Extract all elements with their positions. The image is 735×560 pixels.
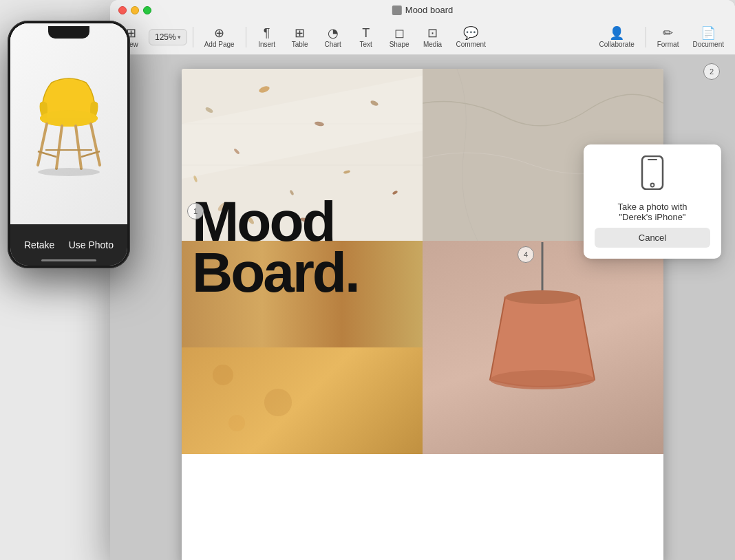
svg-point-28 — [651, 184, 654, 187]
page-badge-2: 2 — [703, 63, 720, 80]
mac-window: Mood board ⊞ View 125% ▾ ⊕ Add Page — [110, 0, 735, 560]
table-button[interactable]: ⊞ Table — [285, 24, 315, 51]
svg-line-34 — [91, 124, 100, 165]
svg-point-18 — [264, 389, 292, 416]
toolbar-separator-1 — [193, 27, 193, 47]
window-title: Mood board — [392, 5, 453, 15]
comment-button[interactable]: 💬 Comment — [451, 24, 491, 51]
collaborate-label: Collaborate — [599, 41, 635, 48]
media-button[interactable]: ⊡ Media — [418, 24, 448, 51]
text-icon: T — [362, 27, 370, 39]
collaborate-button[interactable]: 👤 Collaborate — [594, 24, 640, 51]
format-label: Format — [657, 41, 679, 48]
text-button[interactable]: T Text — [351, 24, 381, 51]
minimize-button[interactable] — [131, 6, 139, 14]
iphone-body: Retake Use Photo — [8, 21, 130, 268]
shape-icon: ◻ — [394, 27, 405, 39]
document-page: Mood Board. — [182, 69, 663, 560]
svg-line-32 — [56, 126, 62, 169]
chart-label: Chart — [324, 41, 341, 48]
collaborate-icon: 👤 — [609, 27, 624, 39]
chart-icon: ◔ — [328, 27, 339, 39]
page-badge-2-container: 2 — [703, 63, 720, 80]
insert-icon: ¶ — [264, 27, 270, 39]
svg-line-33 — [76, 126, 81, 169]
shape-button[interactable]: ◻ Shape — [384, 24, 415, 51]
zoom-text: 125% — [155, 32, 176, 42]
right-collage-cell: 1 — Terrazzo Floors 2 — Pop Color 3 — Wa… — [423, 241, 663, 454]
table-label: Table — [292, 41, 308, 48]
popup-device-name: "Derek's iPhone" — [619, 212, 686, 222]
svg-point-21 — [505, 290, 579, 304]
iphone-screen: Retake Use Photo — [10, 23, 127, 266]
use-photo-button[interactable]: Use Photo — [69, 239, 114, 250]
pages-canvas[interactable]: Mood Board. — [110, 55, 735, 560]
svg-line-31 — [38, 124, 47, 165]
add-page-label: Add Page — [204, 41, 235, 48]
toolbar-separator-3 — [646, 27, 646, 47]
popup-title-text: Take a photo with"Derek's iPhone" — [617, 202, 687, 222]
document-icon-tb: 📄 — [701, 27, 716, 39]
sofa-texture — [182, 347, 423, 454]
comment-label: Comment — [456, 41, 486, 48]
page-badge-1: 1 — [187, 203, 204, 219]
document-icon — [392, 6, 402, 15]
svg-point-30 — [40, 110, 98, 127]
chair-scene — [10, 23, 127, 224]
format-icon: ✏ — [663, 27, 673, 39]
iphone-icon — [639, 155, 666, 196]
take-photo-popup[interactable]: Take a photo with"Derek's iPhone" Cancel — [584, 144, 721, 259]
document-button[interactable]: 📄 Document — [687, 24, 729, 51]
svg-point-38 — [38, 168, 100, 176]
title-bar: Mood board ⊞ View 125% ▾ ⊕ Add Page — [110, 0, 735, 55]
retake-button[interactable]: Retake — [24, 239, 54, 250]
zoom-control[interactable]: 125% ▾ — [149, 29, 187, 45]
svg-rect-26 — [642, 156, 663, 189]
toolbar: ⊞ View 125% ▾ ⊕ Add Page ¶ Insert — [110, 21, 735, 54]
add-page-icon: ⊕ — [214, 27, 224, 39]
chart-button[interactable]: ◔ Chart — [318, 24, 348, 51]
insert-button[interactable]: ¶ Insert — [252, 24, 282, 51]
mood-heading-line1: Mood — [192, 196, 359, 247]
svg-point-19 — [228, 415, 245, 431]
add-page-button[interactable]: ⊕ Add Page — [199, 24, 240, 51]
home-indicator — [41, 259, 96, 261]
comment-icon: 💬 — [463, 27, 478, 39]
traffic-lights — [118, 6, 151, 14]
page-badge-4: 4 — [518, 246, 534, 263]
media-label: Media — [423, 41, 442, 48]
format-button[interactable]: ✏ Format — [652, 24, 685, 51]
svg-point-22 — [490, 370, 595, 389]
iphone-notch — [48, 26, 89, 39]
mood-heading-line2: Board. — [192, 247, 359, 298]
maximize-button[interactable] — [143, 6, 151, 14]
table-icon: ⊞ — [295, 27, 305, 39]
main-content: Mood Board. — [110, 55, 735, 560]
close-button[interactable] — [118, 6, 127, 14]
window-title-text: Mood board — [405, 5, 453, 15]
text-label: Text — [359, 41, 372, 48]
media-icon: ⊡ — [427, 27, 438, 39]
toolbar-separator-2 — [246, 27, 246, 47]
zoom-chevron-icon: ▾ — [178, 34, 181, 41]
title-bar-top: Mood board — [110, 0, 735, 21]
iphone-mockup: Retake Use Photo — [0, 21, 138, 560]
popup-cancel-button[interactable]: Cancel — [595, 228, 710, 248]
document-label: Document — [692, 41, 724, 48]
shape-label: Shape — [390, 41, 409, 48]
lamp-cell — [423, 241, 663, 454]
svg-marker-15 — [182, 76, 423, 179]
svg-point-17 — [213, 365, 233, 385]
insert-label: Insert — [258, 41, 275, 48]
